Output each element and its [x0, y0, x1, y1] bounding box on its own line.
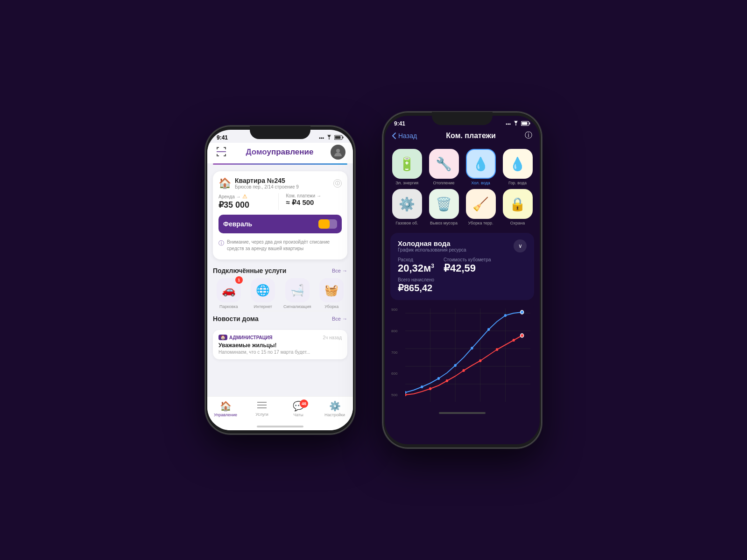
service-parking[interactable]: 🚗 1 Парковка	[213, 278, 245, 309]
apt-info-btn[interactable]: ⓘ	[333, 179, 342, 188]
nav-management[interactable]: 🏠 Управление	[207, 400, 244, 417]
notch-2	[432, 112, 493, 125]
nav-chats[interactable]: 💬 46 Чаты	[280, 400, 317, 417]
gradient-bar	[213, 163, 347, 165]
svg-point-5	[336, 149, 340, 153]
trash-icon: 🗑️	[436, 196, 452, 212]
blue-line	[405, 312, 522, 392]
utility-security[interactable]: 🔒 Охрана	[501, 189, 534, 225]
hot-water-icon: 💧	[509, 156, 526, 172]
signal-icon-2: ▪▪▪	[506, 121, 511, 126]
heating-icon: 🔧	[436, 156, 452, 172]
gas-label: Газовое об.	[395, 221, 418, 225]
dark-title: Ком. платежи	[417, 132, 525, 140]
scan-icon[interactable]	[215, 145, 229, 159]
back-button[interactable]: Назад	[392, 132, 417, 140]
utility-hot-water[interactable]: 💧 Гор. вода	[501, 149, 534, 185]
time-2: 9:41	[394, 120, 405, 127]
red-dot	[513, 339, 515, 342]
yard-icon-box: 🧹	[466, 189, 496, 219]
hot-water-icon-box: 💧	[503, 149, 533, 179]
cost-label: Стоимость кубометра	[444, 257, 491, 262]
y-700: 700	[391, 350, 397, 355]
news-card[interactable]: 🏠 АДМИНИСТРАЦИЯ 2ч назад Уважаемые жильц…	[213, 330, 347, 359]
red-dot	[496, 348, 498, 351]
cw-expand-btn[interactable]: ∨	[514, 239, 527, 252]
settings-icon: ⚙️	[329, 400, 341, 412]
nav-services[interactable]: Услуги	[244, 400, 280, 417]
cw-subtitle: График использования ресурса	[398, 247, 466, 252]
parking-label: Парковка	[219, 304, 238, 309]
utility-gas[interactable]: ⚙️ Газовое об.	[390, 189, 423, 225]
utility-trash[interactable]: 🗑️ Вывоз мусора	[427, 189, 460, 225]
security-label: Охрана	[510, 221, 525, 225]
red-dot	[405, 393, 407, 396]
heating-icon-box: 🔧	[429, 149, 459, 179]
total-label: Всего начислено	[398, 277, 527, 282]
y-800: 800	[391, 329, 397, 333]
utility-grid: 🔋 Эл. энергия 🔧 Отопление 💧 Хол. вода 💧	[385, 145, 540, 229]
nav-chats-label: Чаты	[293, 413, 303, 417]
security-icon: 🔒	[509, 196, 526, 212]
nav-services-label: Услуги	[255, 412, 268, 417]
battery-icon	[334, 135, 344, 141]
month-bar[interactable]: Февраль	[218, 215, 342, 233]
y-axis: 900 800 700 600 500	[391, 308, 397, 397]
notice-text: Внимание, через два дня произойдёт списа…	[227, 239, 342, 252]
rent-label: Аренда →	[218, 194, 241, 199]
avatar[interactable]	[331, 145, 345, 160]
utility-heating[interactable]: 🔧 Отопление	[427, 149, 460, 185]
services-grid: 🚗 1 Парковка 🌐 Интернет 🛁 Сигнализация	[213, 278, 347, 309]
news-all[interactable]: Все →	[332, 316, 347, 322]
month-progress-fill	[318, 219, 330, 229]
rent-amount: ₽35 000	[218, 200, 275, 210]
svg-rect-11	[529, 122, 530, 124]
expense-value: 20,32м3	[398, 262, 434, 274]
nav-settings[interactable]: ⚙️ Настройки	[317, 400, 353, 417]
service-cleaning[interactable]: 🧺 Уборка	[316, 278, 348, 309]
cleaning-icon-wrap: 🧺	[319, 278, 344, 302]
chart-svg	[405, 308, 530, 402]
payments-row: Аренда → ⚠ ₽35 000 Ком. платежи → ≈ ₽4 5…	[218, 193, 342, 210]
services-all[interactable]: Все →	[332, 268, 347, 273]
utility-yard[interactable]: 🧹 Уборка терр.	[464, 189, 497, 225]
trash-label: Вывоз мусора	[430, 221, 458, 225]
red-dot	[462, 369, 465, 372]
payments-label: Ком. платежи →	[286, 193, 321, 198]
blue-dot	[437, 377, 440, 380]
info-btn-2[interactable]: ⓘ	[525, 131, 532, 140]
alarm-icon: 🛁	[290, 284, 304, 297]
utility-cold-water[interactable]: 💧 Хол. вода	[464, 149, 497, 185]
svg-point-0	[329, 139, 330, 140]
wifi-icon-2	[513, 121, 519, 126]
apartment-card: 🏠 Квартира №245 Брюсов пер., 2/14 строен…	[213, 171, 347, 259]
heating-label: Отопление	[433, 181, 454, 185]
utility-electricity[interactable]: 🔋 Эл. энергия	[390, 149, 423, 185]
internet-icon-wrap: 🌐	[251, 278, 275, 302]
gas-icon-box: ⚙️	[392, 189, 422, 219]
electricity-icon-box: 🔋	[392, 149, 422, 179]
signal-icon: ▪▪▪	[319, 135, 324, 140]
service-alarm[interactable]: 🛁 Сигнализация	[282, 278, 313, 309]
y-900: 900	[391, 308, 397, 312]
news-preview: Напоминаем, что с 15 по 17 марта будет..…	[218, 350, 342, 355]
alarm-icon-wrap: 🛁	[285, 278, 310, 302]
alarm-label: Сигнализация	[283, 304, 311, 309]
parking-icon: 🚗	[222, 284, 236, 297]
service-internet[interactable]: 🌐 Интернет	[247, 278, 279, 309]
svg-rect-12	[522, 122, 528, 125]
month-progress	[318, 219, 337, 229]
home-indicator-1	[207, 424, 353, 430]
app-header: Домоуправление	[207, 143, 353, 163]
blue-dot	[504, 314, 507, 317]
apt-name: Квартира №245	[235, 177, 299, 184]
notice-icon: ⓘ	[218, 239, 224, 247]
home-icon: 🏠	[220, 400, 232, 412]
news-source: 🏠 АДМИНИСТРАЦИЯ	[218, 335, 272, 340]
blue-dot	[487, 328, 490, 331]
notch-1	[250, 126, 310, 139]
blue-dot	[421, 385, 423, 388]
cleaning-icon: 🧺	[324, 284, 338, 297]
screen-2: 9:41 ▪▪▪ Назад Ком. платежи ⓘ	[385, 116, 540, 444]
news-section: Новости дома Все →	[207, 311, 353, 328]
